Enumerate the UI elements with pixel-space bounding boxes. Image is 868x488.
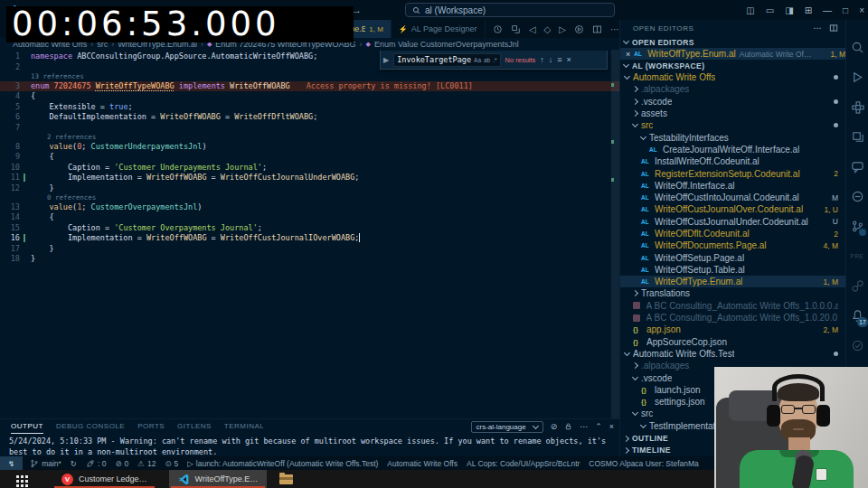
status-item-10[interactable]: COSMO Alpaca User: StefanMa xyxy=(589,459,698,468)
code-line-7[interactable]: 7 xyxy=(0,123,619,134)
find-input[interactable]: InvokeTargetPage Aa ab .* xyxy=(393,53,500,67)
codelens-references[interactable]: 0 references xyxy=(0,193,619,202)
code-line-14[interactable]: 14 { xyxy=(0,212,619,223)
code-line-3[interactable]: 3enum 72024675 WriteOffTypeWOABG impleme… xyxy=(0,81,619,92)
tree-item-translations[interactable]: Translations xyxy=(620,287,845,299)
codelens-references[interactable]: 13 references xyxy=(0,72,619,81)
codelens-references[interactable]: 2 references xyxy=(0,133,619,142)
diamond-icon[interactable]: ◇ xyxy=(544,24,552,34)
status-play-icon[interactable]: ▷launch: AutomaticWriteOff (Automatic Wr… xyxy=(187,459,378,468)
tree-item-writeoff-interface-al[interactable]: ALWriteOff.Interface.al xyxy=(620,180,845,192)
code-line-8[interactable]: 8 value(0; CustomerUnderpaymentsJnl) xyxy=(0,142,619,153)
status-remote-icon[interactable]: ↯ xyxy=(0,456,23,470)
lock-icon[interactable] xyxy=(564,422,572,431)
more-actions-icon[interactable]: ⋯ xyxy=(813,23,822,33)
regex-icon[interactable]: .* xyxy=(493,57,496,63)
toggle-bottom-panel-icon[interactable]: ▭ xyxy=(766,5,774,15)
status-item-8[interactable]: Automatic Write Offs xyxy=(387,459,458,468)
status-clock-icon[interactable]: ⊙5 xyxy=(165,459,178,468)
tree-item-appsourcecop-json[interactable]: {}AppSourceCop.json xyxy=(620,336,845,348)
panel-tab-debug-console[interactable]: DEBUG CONSOLE xyxy=(56,419,125,434)
split-editor-icon[interactable] xyxy=(829,23,838,33)
verified-icon[interactable] xyxy=(846,331,868,361)
compare-icon[interactable] xyxy=(511,24,521,34)
code-line-15[interactable]: 15 Caption = 'Customer Overpayments Jour… xyxy=(0,223,619,234)
tree-item-writeoffsetup-page-al[interactable]: ALWriteOffSetup.Page.al xyxy=(620,251,845,263)
tree-item-writeoffcustjournalunder-codeunit-al[interactable]: ALWriteOffCustJournalUnder.Codeunit.alU xyxy=(620,216,845,228)
taskbar-item-writeofftype-e-[interactable]: WriteOffType.E… xyxy=(169,470,268,488)
status-error-icon[interactable]: ⊘0 xyxy=(115,459,128,468)
code-line-9[interactable]: 9 { xyxy=(0,152,619,163)
code-line-16[interactable]: 16 Implementation = WriteOffWOABG = Writ… xyxy=(0,233,619,244)
more-icon[interactable]: ⋯ xyxy=(610,24,619,34)
start-menu-button[interactable] xyxy=(0,470,40,488)
tree-item-app-json[interactable]: {}app.json2, M xyxy=(620,324,845,335)
chat-icon[interactable] xyxy=(846,152,868,182)
status-item-9[interactable]: AL Cops: Code/UI/AppSrc/BcLntr xyxy=(467,459,580,468)
clear-output-icon[interactable]: ⊘ xyxy=(551,422,558,431)
prev-change-icon[interactable]: ◁ xyxy=(529,24,536,34)
tree-item-testabilityinterfaces[interactable]: TestabilityInterfaces xyxy=(620,131,845,143)
tree-item-writeoffcustjournalover-codeunit-al[interactable]: ALWriteOffCustJournalOver.Codeunit.al1, … xyxy=(620,203,845,215)
tree-item-a-bc-consulting-automatic-write-offs-1-0-20-0-[interactable]: A BC Consulting_Automatic Write Offs_1.0… xyxy=(620,312,845,324)
link-icon[interactable] xyxy=(846,271,868,301)
toggle-replace-icon[interactable]: ▶ xyxy=(383,56,389,64)
match-case-icon[interactable]: Aa xyxy=(474,57,481,63)
open-editor-item[interactable]: × AL WriteOffType.Enum.al Automatic Writ… xyxy=(620,48,845,60)
panel-tab-ports[interactable]: PORTS xyxy=(137,419,165,434)
toggle-panel-icon[interactable]: ◫ xyxy=(746,5,754,15)
extensions-icon[interactable] xyxy=(846,92,868,122)
whole-word-icon[interactable]: ab xyxy=(484,57,490,63)
code-line-11[interactable]: 11 Implementation = WriteOffWOABG = Writ… xyxy=(0,173,619,183)
tree-item-assets[interactable]: assets xyxy=(620,108,845,119)
code-line-6[interactable]: 6 DefaultImplementation = WriteOffWOABG … xyxy=(0,112,619,123)
run-debug-icon[interactable] xyxy=(846,62,868,92)
panel-tab-output[interactable]: OUTPUT xyxy=(11,419,43,434)
bell-icon[interactable]: 17 xyxy=(846,301,868,331)
tree-item-writeoffdflt-codeunit-al[interactable]: ALWriteOffDflt.Codeunit.al2 xyxy=(620,228,845,239)
taskbar-item-customer-ledge-[interactable]: VCustomer Ledge… xyxy=(52,470,156,488)
close-icon[interactable]: × xyxy=(626,50,630,59)
tree-item-automatic-write-offs-test[interactable]: Automatic Write Offs.Test xyxy=(620,348,845,360)
status-git-branch-icon[interactable]: main* xyxy=(30,459,61,468)
find-next-icon[interactable]: ↓ xyxy=(549,55,553,64)
toggle-sidebar-icon[interactable]: ◨ xyxy=(785,5,793,15)
minimize-button[interactable]: — xyxy=(823,5,832,15)
tree-item-writeoffcustintojournal-codeunit-al[interactable]: ALWriteOffCustIntoJournal.Codeunit.alM xyxy=(620,192,845,203)
tree-item--alpackages[interactable]: .alpackages xyxy=(620,83,845,95)
al-test-tool-icon[interactable] xyxy=(846,182,868,211)
workspace-section[interactable]: AL (WORKSPACE) xyxy=(620,60,845,71)
find-in-selection-icon[interactable]: ≡ xyxy=(557,55,561,64)
layouts-icon[interactable]: ⊞ xyxy=(805,5,812,15)
code-line-10[interactable]: 10 Caption = 'Customer Underpayments Jou… xyxy=(0,163,619,174)
code-line-12[interactable]: 12 } xyxy=(0,183,619,194)
tree-item-writeoffsetup-table-al[interactable]: ALWriteOffSetup.Table.al xyxy=(620,264,845,276)
code-line-13[interactable]: 13 value(1; CustomerOverpaymentsJnl) xyxy=(0,202,619,213)
more-icon[interactable]: ⋯ xyxy=(580,422,588,431)
status-rocket-icon[interactable]: : 0 xyxy=(86,459,106,468)
history-icon[interactable] xyxy=(493,24,503,34)
close-panel-icon[interactable]: × xyxy=(609,422,614,431)
tree-item-createjournalwriteoff-interface-al[interactable]: ALCreateJournalWriteOff.Interface.al xyxy=(620,144,845,155)
code-editor[interactable]: 1namespace ABCConsultingGroup.AppSource.… xyxy=(0,50,619,418)
search-icon[interactable] xyxy=(846,33,868,62)
next-change-icon[interactable]: ▷ xyxy=(559,24,566,34)
tree-item-automatic-write-offs[interactable]: Automatic Write Offs xyxy=(620,71,845,83)
panel-tab-gitlens[interactable]: GITLENS xyxy=(177,419,212,434)
close-button[interactable]: × xyxy=(859,5,864,15)
tree-item--vscode[interactable]: .vscode xyxy=(620,96,845,108)
al-object-designer-icon[interactable] xyxy=(846,122,868,152)
maximize-panel-icon[interactable]: ⌃ xyxy=(595,422,602,431)
tree-item-writeofftype-enum-al[interactable]: ALWriteOffType.Enum.al1, M xyxy=(620,276,845,287)
command-center[interactable]: al (Workspace) xyxy=(405,3,615,17)
tab-al-page-designer[interactable]: ⚡AL Page Designer xyxy=(392,20,486,38)
code-line-17[interactable]: 17 } xyxy=(0,244,619,255)
tree-item-src[interactable]: src xyxy=(620,119,845,131)
panel-tab-terminal[interactable]: TERMINAL xyxy=(224,419,264,434)
output-channel-select[interactable]: crs-al-language xyxy=(471,421,543,433)
source-control-icon[interactable] xyxy=(846,211,868,241)
split-editor-icon[interactable] xyxy=(592,24,602,34)
code-line-5[interactable]: 5 Extensible = true; xyxy=(0,102,619,113)
pre-icon[interactable]: PRE xyxy=(846,241,868,271)
tree-item-writeoffdocuments-page-al[interactable]: ALWriteOffDocuments.Page.al4, M xyxy=(620,239,845,251)
